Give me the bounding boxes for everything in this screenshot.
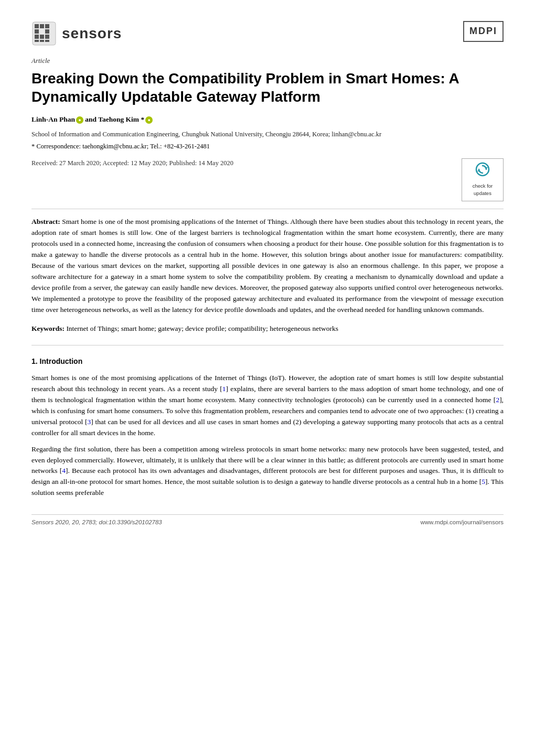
correspondence: * Correspondence: taehongkim@cbnu.ac.kr;… <box>31 142 504 152</box>
abstract-label: Abstract: <box>31 218 60 225</box>
check-updates-icon <box>475 162 490 181</box>
svg-marker-13 <box>485 167 488 169</box>
check-for-updates-badge[interactable]: check forupdates <box>462 158 504 201</box>
keywords-section: Keywords: Internet of Things; smart home… <box>31 323 504 334</box>
ref-2[interactable]: 2 <box>496 396 499 404</box>
svg-rect-1 <box>35 24 39 28</box>
svg-rect-9 <box>35 40 39 42</box>
abstract-text: Abstract: Smart home is one of the most … <box>31 217 504 315</box>
author-2-name: Taehong Kim * <box>98 115 144 123</box>
section-name: Introduction <box>40 357 83 365</box>
affiliation: School of Information and Communication … <box>31 129 504 139</box>
svg-point-12 <box>476 163 489 176</box>
abstract-section: Abstract: Smart home is one of the most … <box>31 217 504 315</box>
mdpi-logo: MDPI <box>463 21 504 42</box>
section-divider <box>31 345 504 345</box>
section-title: 1. Introduction <box>31 356 504 368</box>
footer-url: www.mdpi.com/journal/sensors <box>420 518 504 527</box>
sensors-logo-icon <box>31 21 57 46</box>
article-title: Breaking Down the Compatibility Problem … <box>31 69 504 106</box>
intro-paragraph-2: Regarding the first solution, there has … <box>31 444 504 499</box>
logo-area: sensors <box>31 21 122 46</box>
section-number: 1. <box>31 357 38 365</box>
keywords-body: Internet of Things; smart home; gateway;… <box>66 325 338 332</box>
svg-rect-11 <box>45 40 49 42</box>
svg-rect-3 <box>45 24 49 28</box>
page-header: sensors MDPI <box>31 21 504 46</box>
svg-rect-7 <box>40 35 44 39</box>
svg-rect-10 <box>40 40 44 42</box>
ref-1[interactable]: 1 <box>222 385 226 393</box>
check-updates-label: check forupdates <box>473 182 493 198</box>
author-1-orcid-icon: ● <box>76 116 83 124</box>
ref-5[interactable]: 5 <box>482 478 485 485</box>
abstract-body: Smart home is one of the most promising … <box>31 218 504 313</box>
section-introduction: 1. Introduction Smart homes is one of th… <box>31 356 504 499</box>
svg-rect-2 <box>40 24 44 28</box>
intro-paragraph-1: Smart homes is one of the most promising… <box>31 373 504 439</box>
authors-line: Linh-An Phan● and Taehong Kim *● <box>31 114 504 125</box>
page-footer: Sensors 2020, 20, 2783; doi:10.3390/s201… <box>31 514 504 527</box>
svg-rect-8 <box>45 35 49 39</box>
keywords-label: Keywords: <box>31 325 65 332</box>
dates-row: Received: 27 March 2020; Accepted: 12 Ma… <box>31 158 504 201</box>
author-and: and <box>85 115 98 123</box>
svg-marker-14 <box>477 169 480 171</box>
author-2-orcid-icon: ● <box>145 116 153 124</box>
abstract-divider <box>31 209 504 209</box>
svg-rect-6 <box>35 35 39 39</box>
svg-rect-5 <box>45 29 49 34</box>
ref-4[interactable]: 4 <box>62 467 66 474</box>
article-label: Article <box>31 56 504 66</box>
journal-name: sensors <box>62 22 122 45</box>
dates-text: Received: 27 March 2020; Accepted: 12 Ma… <box>31 158 233 168</box>
svg-rect-4 <box>35 29 39 34</box>
footer-citation: Sensors 2020, 20, 2783; doi:10.3390/s201… <box>31 518 162 527</box>
ref-3[interactable]: 3 <box>88 418 91 426</box>
author-1-name: Linh-An Phan <box>31 115 75 123</box>
